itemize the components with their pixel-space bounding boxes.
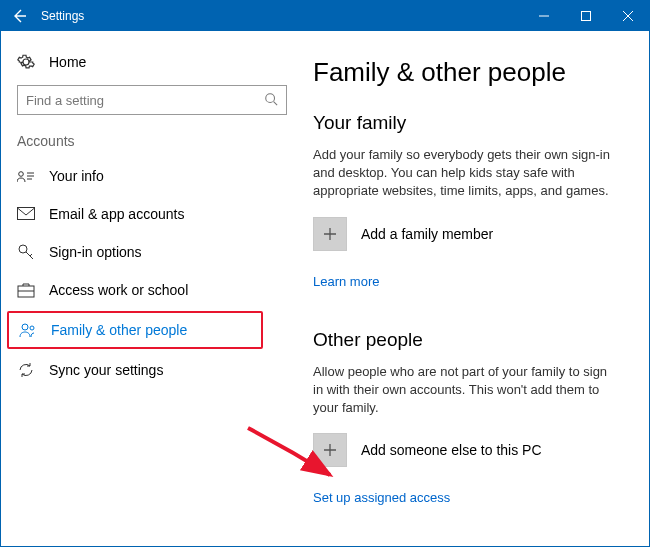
other-heading: Other people bbox=[313, 329, 625, 351]
nav-label: Sign-in options bbox=[49, 244, 142, 260]
svg-point-7 bbox=[30, 326, 34, 330]
minimize-button[interactable] bbox=[523, 1, 565, 31]
back-arrow-icon bbox=[11, 8, 27, 24]
nav-work-school[interactable]: Access work or school bbox=[1, 271, 303, 309]
search-input[interactable]: Find a setting bbox=[17, 85, 287, 115]
nav-label: Email & app accounts bbox=[49, 206, 184, 222]
your-family-section: Your family Add your family so everybody… bbox=[313, 112, 625, 299]
people-icon bbox=[19, 321, 37, 339]
svg-point-6 bbox=[22, 324, 28, 330]
back-button[interactable] bbox=[1, 1, 37, 31]
gear-icon bbox=[17, 53, 35, 71]
family-heading: Your family bbox=[313, 112, 625, 134]
learn-more-link[interactable]: Learn more bbox=[313, 274, 379, 289]
search-icon bbox=[264, 92, 278, 109]
home-label: Home bbox=[49, 54, 86, 70]
nav-label: Access work or school bbox=[49, 282, 188, 298]
close-icon bbox=[623, 11, 633, 21]
family-desc: Add your family so everybody gets their … bbox=[313, 146, 613, 201]
add-family-label: Add a family member bbox=[361, 226, 493, 242]
home-nav[interactable]: Home bbox=[1, 45, 303, 85]
svg-rect-0 bbox=[582, 12, 591, 21]
assigned-access-link[interactable]: Set up assigned access bbox=[313, 490, 450, 505]
svg-point-4 bbox=[19, 245, 27, 253]
plus-icon bbox=[313, 217, 347, 251]
other-people-section: Other people Allow people who are not pa… bbox=[313, 329, 625, 516]
svg-point-1 bbox=[266, 93, 275, 102]
nav-label: Sync your settings bbox=[49, 362, 163, 378]
svg-point-2 bbox=[19, 172, 24, 177]
category-label: Accounts bbox=[1, 133, 303, 157]
close-button[interactable] bbox=[607, 1, 649, 31]
briefcase-icon bbox=[17, 281, 35, 299]
nav-label: Your info bbox=[49, 168, 104, 184]
maximize-icon bbox=[581, 11, 591, 21]
person-card-icon bbox=[17, 167, 35, 185]
nav-signin-options[interactable]: Sign-in options bbox=[1, 233, 303, 271]
minimize-icon bbox=[539, 11, 549, 21]
other-desc: Allow people who are not part of your fa… bbox=[313, 363, 613, 418]
nav-family-people[interactable]: Family & other people bbox=[7, 311, 263, 349]
search-placeholder: Find a setting bbox=[26, 93, 264, 108]
plus-icon bbox=[313, 433, 347, 467]
add-family-member-button[interactable]: Add a family member bbox=[313, 217, 625, 251]
settings-window: Settings Home Find a setting bbox=[0, 0, 650, 547]
add-someone-label: Add someone else to this PC bbox=[361, 442, 542, 458]
sidebar: Home Find a setting Accounts Your info bbox=[1, 31, 303, 546]
titlebar: Settings bbox=[1, 1, 649, 31]
add-someone-else-button[interactable]: Add someone else to this PC bbox=[313, 433, 625, 467]
svg-rect-3 bbox=[18, 208, 35, 220]
maximize-button[interactable] bbox=[565, 1, 607, 31]
nav-your-info[interactable]: Your info bbox=[1, 157, 303, 195]
nav-label: Family & other people bbox=[51, 322, 187, 338]
key-icon bbox=[17, 243, 35, 261]
window-title: Settings bbox=[41, 9, 84, 23]
main-pane: Family & other people Your family Add yo… bbox=[303, 31, 649, 546]
sync-icon bbox=[17, 361, 35, 379]
nav-email-accounts[interactable]: Email & app accounts bbox=[1, 195, 303, 233]
page-title: Family & other people bbox=[313, 57, 625, 88]
mail-icon bbox=[17, 205, 35, 223]
nav-sync-settings[interactable]: Sync your settings bbox=[1, 351, 303, 389]
